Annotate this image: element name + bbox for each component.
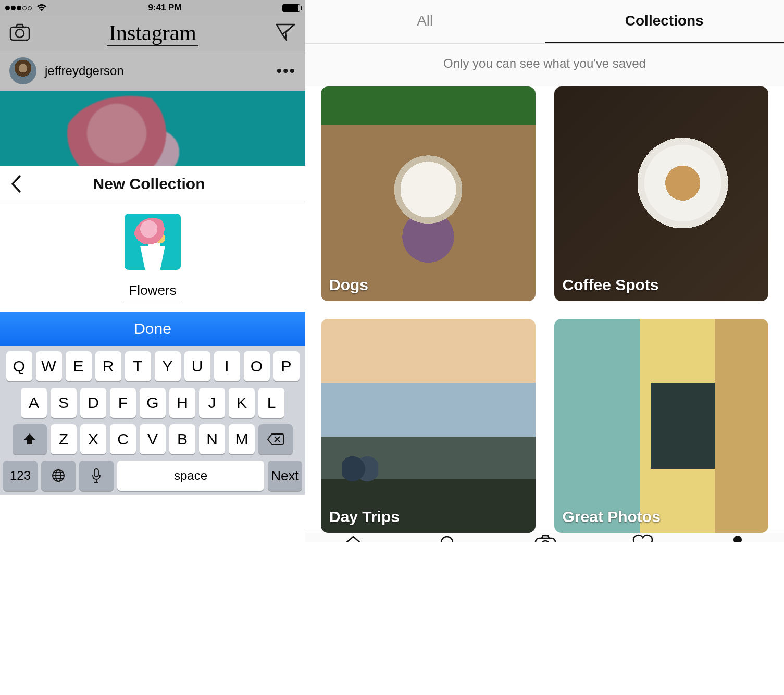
numbers-key[interactable]: 123 — [3, 461, 38, 491]
key-e[interactable]: E — [66, 351, 92, 381]
key-k[interactable]: K — [229, 388, 255, 418]
collection-label: Great Photos — [563, 508, 661, 526]
collection-name-input[interactable]: Flowers — [123, 282, 181, 302]
key-t[interactable]: T — [125, 351, 151, 381]
post-image — [0, 91, 305, 166]
tab-collections[interactable]: Collections — [545, 0, 785, 43]
saved-tabs: All Collections — [305, 0, 784, 44]
privacy-notice: Only you can see what you've saved — [305, 44, 784, 86]
collections-grid: Dogs Coffee Spots Day Trips Great Photos — [305, 86, 784, 533]
instagram-logo: Instagram — [107, 20, 198, 46]
collection-card[interactable]: Coffee Spots — [554, 86, 769, 301]
key-f[interactable]: F — [110, 388, 136, 418]
home-icon[interactable] — [343, 533, 364, 542]
key-h[interactable]: H — [169, 388, 195, 418]
globe-key[interactable] — [41, 461, 76, 491]
profile-icon[interactable] — [728, 534, 747, 542]
activity-icon[interactable] — [632, 534, 654, 542]
collection-card[interactable]: Great Photos — [554, 319, 769, 533]
key-m[interactable]: M — [229, 424, 255, 454]
microphone-icon — [91, 468, 102, 483]
collection-thumbnail — [125, 214, 181, 270]
svg-rect-4 — [94, 469, 98, 477]
dictation-key[interactable] — [79, 461, 114, 491]
key-b[interactable]: B — [169, 424, 195, 454]
next-key[interactable]: Next — [268, 461, 302, 491]
wifi-icon — [36, 4, 47, 12]
direct-messages-icon[interactable] — [275, 23, 296, 44]
key-z[interactable]: Z — [51, 424, 77, 454]
backspace-icon — [267, 433, 284, 445]
collection-card[interactable]: Dogs — [321, 86, 536, 301]
app-header: Instagram — [0, 16, 305, 51]
new-collection-pane: 9:41 PM Instagram jeffreydgerson ••• New… — [0, 0, 305, 542]
more-options-icon[interactable]: ••• — [276, 62, 296, 80]
collection-label: Coffee Spots — [563, 276, 659, 294]
key-j[interactable]: J — [199, 388, 225, 418]
signal-dots-icon — [5, 3, 33, 13]
search-icon[interactable] — [438, 533, 459, 542]
key-l[interactable]: L — [258, 388, 284, 418]
camera-icon[interactable] — [9, 23, 30, 43]
key-p[interactable]: P — [273, 351, 300, 381]
status-bar: 9:41 PM — [0, 0, 305, 16]
ios-keyboard: Q W E R T Y U I O P A S D F G H J K L Z — [0, 346, 305, 495]
avatar[interactable] — [9, 57, 36, 84]
globe-icon — [51, 468, 66, 483]
svg-point-1 — [16, 29, 24, 38]
backspace-key[interactable] — [258, 424, 293, 454]
post-username[interactable]: jeffreydgerson — [45, 64, 268, 78]
key-i[interactable]: I — [214, 351, 240, 381]
key-x[interactable]: X — [80, 424, 106, 454]
svg-point-5 — [441, 537, 453, 542]
collections-pane: All Collections Only you can see what yo… — [305, 0, 784, 542]
key-r[interactable]: R — [95, 351, 121, 381]
key-w[interactable]: W — [36, 351, 62, 381]
status-time: 9:41 PM — [148, 3, 181, 13]
key-u[interactable]: U — [184, 351, 210, 381]
sheet-header: New Collection — [0, 166, 305, 202]
key-a[interactable]: A — [21, 388, 47, 418]
key-c[interactable]: C — [110, 424, 136, 454]
svg-point-7 — [541, 541, 550, 542]
sheet-title: New Collection — [2, 175, 296, 193]
key-y[interactable]: Y — [155, 351, 181, 381]
key-n[interactable]: N — [199, 424, 225, 454]
collection-card[interactable]: Day Trips — [321, 319, 536, 533]
tab-all[interactable]: All — [305, 0, 545, 43]
key-g[interactable]: G — [140, 388, 166, 418]
space-key[interactable]: space — [117, 461, 264, 491]
sheet-body: Flowers — [0, 202, 305, 312]
camera-tab-icon[interactable] — [533, 533, 557, 542]
key-q[interactable]: Q — [6, 351, 32, 381]
battery-icon — [282, 4, 300, 12]
key-d[interactable]: D — [80, 388, 106, 418]
svg-point-8 — [733, 536, 742, 542]
bottom-tab-bar — [305, 533, 784, 542]
shift-icon — [23, 432, 36, 446]
key-o[interactable]: O — [244, 351, 270, 381]
post-header: jeffreydgerson ••• — [0, 51, 305, 91]
collection-label: Dogs — [329, 276, 368, 294]
done-button[interactable]: Done — [0, 312, 305, 346]
key-v[interactable]: V — [140, 424, 166, 454]
key-s[interactable]: S — [51, 388, 77, 418]
shift-key[interactable] — [13, 424, 47, 454]
collection-label: Day Trips — [329, 508, 400, 526]
